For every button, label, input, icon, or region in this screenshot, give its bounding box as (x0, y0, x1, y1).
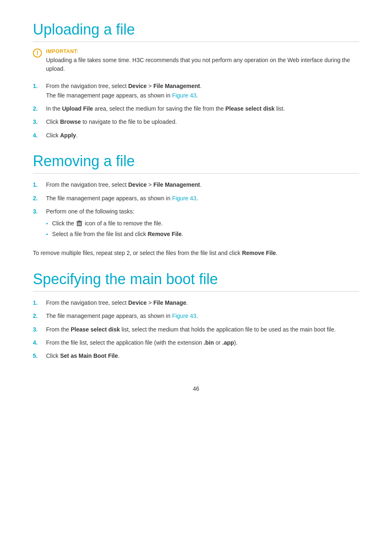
removing-sub-content-2: Select a file from the file list and cli… (52, 229, 183, 239)
removing-sub-content-1: Click the icon of a file to remove the f… (52, 219, 163, 228)
uploading-step-1: 1. From the navigation tree, select Devi… (33, 81, 359, 100)
device-bold-s1: Device (128, 299, 147, 306)
svg-rect-5 (80, 222, 81, 225)
removing-title: Removing a file (33, 152, 359, 170)
specifying-step-number-5: 5. (33, 351, 41, 360)
page-number: 46 (33, 385, 359, 392)
specifying-step-number-1: 1. (33, 298, 41, 307)
file-management-bold-r1: File Management (153, 181, 200, 188)
file-management-bold: File Management (153, 83, 200, 89)
removing-step-content-1: From the navigation tree, select Device … (46, 180, 359, 189)
apply-bold: Apply (60, 132, 76, 139)
remove-file-bold: Remove File (148, 231, 182, 237)
step-content-1: From the navigation tree, select Device … (46, 81, 359, 100)
sub-bullet-1: ● (46, 221, 48, 227)
step-number-3: 3. (33, 117, 41, 126)
important-label: IMPORTANT: (46, 49, 359, 54)
file-manage-bold: File Manage (153, 299, 186, 306)
specifying-title: Specifying the main boot file (33, 270, 359, 288)
important-content: IMPORTANT: Uploading a file takes some t… (46, 49, 359, 73)
uploading-step-3: 3. Click Browse to navigate to the file … (33, 117, 359, 126)
removing-note: To remove multiple files, repeat step 2,… (33, 248, 359, 257)
specifying-step-content-3: From the Please select disk list, select… (46, 325, 359, 334)
specifying-step-3: 3. From the Please select disk list, sel… (33, 325, 359, 334)
device-bold: Device (128, 83, 147, 89)
removing-step-number-3: 3. (33, 207, 41, 216)
step-content-2: In the Upload File area, select the medi… (46, 104, 359, 113)
uploading-step-4: 4. Click Apply. (33, 131, 359, 140)
specifying-step-content-1: From the navigation tree, select Device … (46, 298, 359, 307)
please-select-disk-bold: Please select disk (226, 105, 275, 112)
removing-divider (33, 173, 359, 174)
upload-file-bold: Upload File (62, 105, 93, 112)
app-bold: .app (222, 339, 234, 346)
removing-step-content-2: The file management page appears, as sho… (46, 194, 359, 203)
specifying-step-number-3: 3. (33, 325, 41, 334)
device-bold-r1: Device (128, 181, 147, 188)
specifying-step-2: 2. The file management page appears, as … (33, 311, 359, 320)
specifying-step-number-4: 4. (33, 338, 41, 347)
step-number-2: 2. (33, 104, 41, 113)
uploading-title: Uploading a file (33, 21, 359, 38)
removing-section: Removing a file 1. From the navigation t… (33, 152, 359, 258)
specifying-steps-list: 1. From the navigation tree, select Devi… (33, 298, 359, 361)
svg-rect-3 (78, 222, 79, 225)
removing-step-3: 3. Perform one of the following tasks: ●… (33, 207, 359, 240)
removing-steps-list: 1. From the navigation tree, select Devi… (33, 180, 359, 240)
specifying-step-1: 1. From the navigation tree, select Devi… (33, 298, 359, 307)
uploading-step-2: 2. In the Upload File area, select the m… (33, 104, 359, 113)
set-as-main-boot-file-bold: Set as Main Boot File (60, 352, 118, 359)
important-box: ! IMPORTANT: Uploading a file takes some… (33, 49, 359, 73)
removing-step-content-3: Perform one of the following tasks: ● Cl… (46, 207, 359, 240)
svg-rect-2 (78, 220, 81, 221)
step-number-4: 4. (33, 131, 41, 140)
removing-step-number-1: 1. (33, 180, 41, 189)
figure43-link-1[interactable]: Figure 43 (172, 92, 196, 99)
specifying-step-number-2: 2. (33, 311, 41, 320)
trash-icon (76, 220, 82, 227)
figure43-link-2[interactable]: Figure 43 (172, 195, 196, 202)
step-content-4: Click Apply. (46, 131, 359, 140)
specifying-step-4: 4. From the file list, select the applic… (33, 338, 359, 347)
important-icon: ! (33, 49, 42, 58)
step-content-3: Click Browse to navigate to the file to … (46, 117, 359, 126)
specifying-step-5: 5. Click Set as Main Boot File. (33, 351, 359, 360)
specifying-step-content-2: The file management page appears, as sho… (46, 311, 359, 320)
figure43-link-3[interactable]: Figure 43 (172, 313, 196, 319)
removing-step-number-2: 2. (33, 194, 41, 203)
removing-sub-item-1: ● Click the icon of a file (46, 219, 359, 228)
step-number-1: 1. (33, 81, 41, 90)
removing-sub-item-2: ● Select a file from the file list and c… (46, 229, 359, 239)
section-divider (33, 42, 359, 42)
svg-rect-4 (79, 222, 80, 225)
important-text: Uploading a file takes some time. H3C re… (46, 56, 359, 73)
removing-step-2: 2. The file management page appears, as … (33, 194, 359, 203)
removing-sub-list: ● Click the icon of a file (46, 219, 359, 239)
specifying-divider (33, 291, 359, 292)
specifying-section: Specifying the main boot file 1. From th… (33, 270, 359, 361)
please-select-disk-bold-s: Please select disk (71, 326, 120, 333)
specifying-step-content-4: From the file list, select the applicati… (46, 338, 359, 347)
uploading-section: Uploading a file ! IMPORTANT: Uploading … (33, 21, 359, 140)
removing-step-1: 1. From the navigation tree, select Devi… (33, 180, 359, 189)
sub-bullet-2: ● (46, 232, 48, 237)
bin-bold: .bin (204, 339, 214, 346)
specifying-step-content-5: Click Set as Main Boot File. (46, 351, 359, 360)
uploading-steps-list: 1. From the navigation tree, select Devi… (33, 81, 359, 140)
remove-file-bold-note: Remove File (242, 250, 276, 256)
browse-bold: Browse (60, 118, 81, 125)
